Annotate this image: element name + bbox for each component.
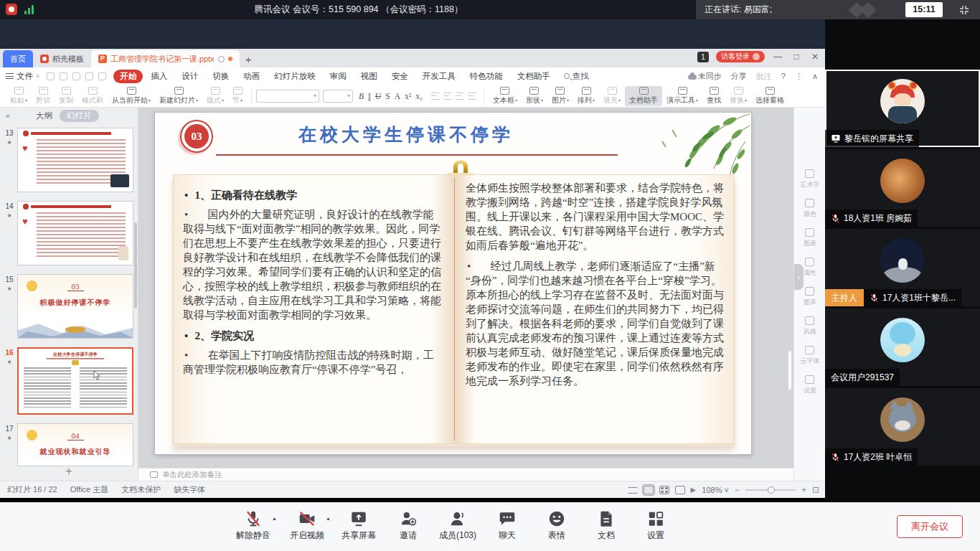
participant-tile[interactable]: 17人资2班 叶卓恒 [825,388,980,466]
ribbon-button[interactable]: 文本框▾ [489,86,522,106]
more-button[interactable]: ⋮ [795,72,803,81]
ribbon-button[interactable]: 版式▾ [202,86,228,106]
right-tool-button[interactable]: 颜色 [803,199,817,219]
ribbon-button[interactable]: 从当前开始▾ [108,86,155,106]
status-item[interactable]: 幻灯片 16 / 22 [7,484,57,495]
collapse-panel-button[interactable]: « [0,111,16,120]
paragraph-format-icons[interactable] [431,93,476,100]
format-button[interactable]: A [395,92,400,100]
ribbon-button[interactable]: 排列▾ [573,86,599,106]
sync-status[interactable]: 未同步 [688,71,722,82]
ribbon-button[interactable]: 查找▾ [702,86,725,106]
help-button[interactable]: ? [781,72,786,80]
format-button[interactable]: B [359,92,364,100]
slideshow-icon[interactable]: ▶ [691,486,697,494]
zoom-out-button[interactable]: − [735,485,740,495]
comment-button[interactable]: 批注 [756,71,772,82]
audio-options-caret[interactable]: ▲ [272,516,277,521]
ribbon-button[interactable]: 复制▾ [55,86,77,106]
tab-slides[interactable]: 幻灯片 [60,110,99,122]
minimize-button[interactable]: — [772,52,783,62]
unmute-button[interactable]: ▲ 解除静音 [231,509,275,542]
panel-expander-button[interactable]: › [794,264,804,290]
notes-bar[interactable]: 单击此处添加备注 [138,468,793,481]
ribbon-button[interactable]: 图片▾ [547,86,573,106]
close-button[interactable]: ✕ [809,52,821,62]
ribbon-button[interactable]: 新建幻灯片▾ [155,86,202,106]
quick-access-toolbar[interactable] [47,72,106,80]
share-button[interactable]: 分享 [731,71,747,82]
right-tool-button[interactable]: 图库 [803,287,817,307]
members-button[interactable]: 成员(103) [438,509,478,542]
maximize-button[interactable]: □ [791,52,802,62]
ribbon-button[interactable]: 剪切▾ [32,86,55,106]
tab-outline[interactable]: 大纲 [36,110,52,121]
participant-tile-screen-share[interactable]: 黎岳镔的屏幕共享 [825,70,980,147]
zoom-slider[interactable] [745,489,796,491]
right-tool-button[interactable]: 设置 [803,375,817,395]
exit-fullscreen-icon[interactable] [957,3,971,17]
fit-slide-button[interactable]: ⊡ [812,485,819,495]
slide-thumbnail-13[interactable]: ♥ [17,128,133,192]
status-item[interactable]: 缺失字体 [174,484,205,495]
file-menu[interactable]: 文件 ∨ [6,71,39,82]
right-tool-button[interactable]: 云字体 [799,346,821,366]
participant-tile[interactable]: 会议用户291537 [825,309,980,386]
ribbon-button[interactable]: 格式刷▾ [77,86,108,106]
slide-thumbnail-17[interactable]: 04 就业现状和就业引导 [17,423,133,466]
menu-item[interactable]: 特色功能 [463,70,509,83]
status-item[interactable]: Office 主题 [70,484,109,495]
menu-item[interactable]: 安全 [385,70,415,83]
slide-thumbnail-15[interactable]: 03 积极做好停课不停学 [17,274,133,339]
notes-toggle-icon[interactable] [628,487,638,494]
window-count-badge[interactable]: 1 [697,52,709,62]
menu-item[interactable]: 视图 [354,70,384,83]
tab-document[interactable]: 工商管理学院书记第一课.pptx [91,50,240,67]
reading-view-icon[interactable] [675,486,685,494]
format-button[interactable]: S [385,92,390,100]
menu-item[interactable]: 插入 [144,70,174,83]
invite-button[interactable]: 邀请 [388,509,428,542]
guest-login-button[interactable]: 访客登录 [716,51,765,62]
new-tab-button[interactable]: + [240,50,258,67]
menu-item[interactable]: 幻灯片放映 [268,70,322,83]
emoji-button[interactable]: 表情 [537,509,577,542]
right-tool-button[interactable]: 图表 [803,228,817,248]
status-item[interactable]: 文档未保护 [121,484,161,495]
zoom-level[interactable]: 108% ˅ [702,486,729,494]
format-button[interactable]: x₂ [415,92,423,100]
canvas-scrollbar[interactable] [788,350,792,390]
menu-item[interactable]: 开始 [113,70,143,83]
font-family-select[interactable]: ▾ [256,90,319,103]
zoom-in-button[interactable]: + [801,485,806,495]
normal-view-icon[interactable] [644,486,654,494]
ribbon-button[interactable]: 形状▾ [522,86,547,106]
right-tool-button[interactable]: 风格 [803,316,817,336]
format-button[interactable]: x² [405,92,411,100]
ribbon-button[interactable]: 粘贴▾ [6,86,32,106]
menu-item[interactable]: 动画 [237,70,266,83]
ribbon-button[interactable]: 节▾ [228,86,247,106]
participant-tile[interactable]: 18人资1班 房婉茹 [825,149,980,227]
add-slide-button[interactable]: + [0,465,138,478]
menu-item[interactable]: 审阅 [324,70,353,83]
menu-item[interactable]: 文档助手 [511,70,557,83]
tab-home[interactable]: 首页 [3,50,33,67]
leave-meeting-button[interactable]: 离开会议 [897,515,963,538]
docs-button[interactable]: 文档 [586,509,626,542]
slide-sorter-icon[interactable] [659,486,669,494]
ribbon-button[interactable]: 填充▾ [599,86,625,106]
slide-thumbnail-16-selected[interactable]: 在校大学生停课不停学 [17,347,133,415]
ribbon-button[interactable]: 文档助手▾ [625,86,662,106]
chat-button[interactable]: 聊天 [487,509,527,542]
format-button[interactable]: I [368,92,371,100]
search-menu[interactable]: 查找 [564,71,589,82]
format-button[interactable]: U [375,92,381,100]
thumbnail-scrollbar[interactable] [134,222,137,309]
tab-docer[interactable]: 稻壳模板 [33,50,91,67]
share-screen-button[interactable]: 共享屏幕 [339,509,379,542]
ribbon-button[interactable]: 演示工具▾ [662,86,702,106]
video-options-caret[interactable]: ▲ [326,516,331,521]
collapse-ribbon-button[interactable]: ∧ [812,72,818,81]
zoom-slider-thumb[interactable] [768,486,775,494]
